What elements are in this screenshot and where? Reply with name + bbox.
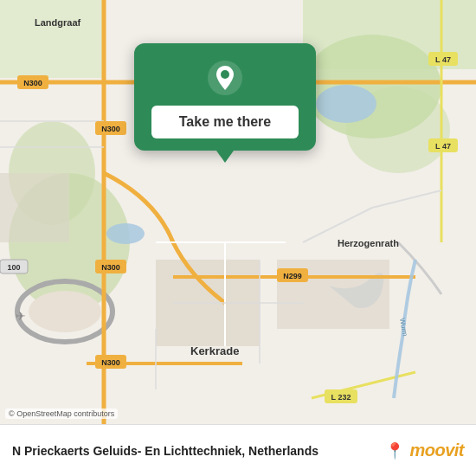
bottom-info-bar: N Prieckaerts Geluids- En Lichttechniek,…: [0, 424, 476, 476]
svg-text:N300: N300: [23, 79, 42, 87]
svg-text:N300: N300: [101, 263, 120, 272]
svg-rect-11: [0, 173, 69, 242]
svg-point-13: [29, 291, 101, 332]
svg-text:L 47: L 47: [435, 142, 451, 151]
map-view[interactable]: N300 N300 N300 N300 N299 L 47 L 47 L 232…: [0, 0, 476, 424]
popup-tail: [216, 151, 234, 163]
moovit-pin-emoji: 📍: [385, 441, 404, 460]
location-pin-icon: [206, 59, 244, 97]
svg-rect-3: [0, 0, 104, 78]
moovit-logo: 📍 moovit: [385, 441, 464, 460]
svg-point-38: [221, 70, 229, 79]
svg-point-8: [106, 223, 145, 244]
location-name: N Prieckaerts Geluids- En Lichttechniek,…: [12, 444, 385, 458]
osm-copyright: © OpenStreetMap contributors: [5, 408, 118, 419]
moovit-wordmark: moovit: [409, 441, 464, 460]
location-info: N Prieckaerts Geluids- En Lichttechniek,…: [12, 444, 385, 458]
svg-text:Kerkrade: Kerkrade: [190, 344, 239, 357]
svg-text:N300: N300: [101, 358, 120, 367]
svg-text:Landgraaf: Landgraaf: [35, 17, 81, 28]
svg-text:L 47: L 47: [435, 55, 451, 64]
navigation-popup: Take me there: [134, 43, 316, 151]
svg-text:L 232: L 232: [331, 393, 351, 402]
svg-text:N300: N300: [101, 125, 120, 133]
svg-text:✈: ✈: [16, 309, 26, 323]
take-me-there-button[interactable]: Take me there: [151, 106, 299, 138]
svg-text:Herzogenrath: Herzogenrath: [338, 238, 399, 248]
svg-text:100: 100: [7, 263, 20, 272]
svg-point-7: [316, 85, 376, 123]
svg-text:N299: N299: [283, 272, 302, 280]
